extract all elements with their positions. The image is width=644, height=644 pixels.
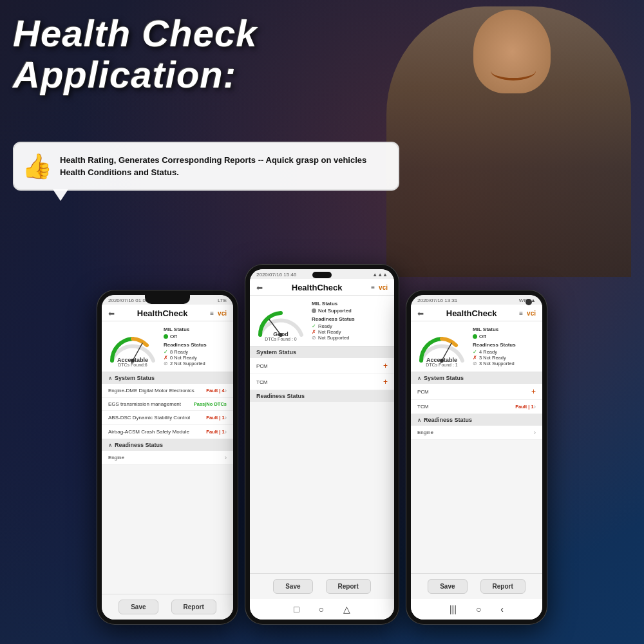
phone1-mil-value: Off — [164, 334, 228, 339]
phone3-readiness-chevron: ∧ — [417, 417, 421, 423]
phone3-plus-1: + — [531, 387, 536, 396]
phone2-readiness-status-header: Readiness Status — [250, 390, 394, 402]
phone2-screen: 2020/07/16 15:46 ▲▲▲ ⬅ HealthCheck ≡ vci — [250, 269, 394, 620]
phone2-plus-1: + — [383, 361, 388, 370]
phone2-camera — [312, 272, 332, 278]
phone3-gauge-section: Acceptable DTCs Found : 1 MIL Status Off… — [411, 321, 542, 372]
phone1-gauge-section: Acceptable DTCs Found:6 MIL Status Off R… — [102, 321, 233, 372]
phone2-save-button[interactable]: Save — [273, 579, 312, 594]
phone2-gauge: Good DTCs Found : 0 — [255, 301, 307, 340]
phone3-home-btn[interactable]: ○ — [476, 604, 481, 614]
phones-container: 2020/07/16 01:00 LTE ⬅ HealthCheck ≡ vci — [0, 264, 644, 625]
phone2-time: 2020/07/16 15:46 — [256, 272, 296, 278]
phone1-arrow-3: › — [225, 414, 227, 421]
phone-1: 2020/07/16 01:00 LTE ⬅ HealthCheck ≡ vci — [97, 290, 238, 625]
phone1-back-icon[interactable]: ⬅ — [108, 309, 115, 318]
phone1-circle-icon-1: ⊘ — [164, 361, 168, 366]
phone1-time: 2020/07/16 01:00 — [108, 298, 148, 303]
phone3-app-title: HealthCheck — [446, 308, 497, 318]
phone3-ready-item-3: ⊘ 3 Not Supported — [473, 361, 537, 366]
phone1-readiness-item-1[interactable]: Engine › — [102, 451, 233, 465]
phone1-ready-item-1: ✓ 8 Ready — [164, 349, 228, 355]
phone1-list-item-4[interactable]: Airbag-ACSM Crash Safety Module Fault | … — [102, 425, 233, 439]
phone2-mil-title: MIL Status — [312, 301, 389, 307]
phone1-cross-icon-1: ✗ — [164, 355, 168, 361]
phone1-screen: 2020/07/16 01:00 LTE ⬅ HealthCheck ≡ vci — [102, 295, 233, 620]
thumbs-up-icon: 👍 — [22, 152, 52, 180]
phone3-check-icon-1: ✓ — [473, 349, 477, 355]
phone1-system-chevron: ∧ — [108, 375, 112, 381]
phone3-status-bar: 2020/07/16 13:31 WiFi ▲ — [411, 295, 542, 305]
phone2-app-title: HealthCheck — [292, 283, 343, 292]
phone1-system-status-header: ∧ System Status — [102, 372, 233, 384]
phone2-back-icon[interactable]: ⬅ — [256, 283, 263, 292]
phone1-app-title: HealthCheck — [137, 308, 188, 318]
phone2-plus-2: + — [383, 377, 388, 386]
phone3-menu-icon[interactable]: ≡ — [519, 310, 523, 317]
phone2-ready-item-3: ⊘ Not Supported — [312, 335, 389, 341]
phone3-save-button[interactable]: Save — [428, 579, 467, 594]
phone1-readiness-arrow: › — [225, 454, 227, 461]
phone-3: 2020/07/16 13:31 WiFi ▲ ⬅ HealthCheck ≡ … — [406, 290, 547, 625]
phone2-ready-item-1: ✓ Ready — [312, 323, 389, 329]
phone2-menu-icon[interactable]: ≡ — [371, 284, 375, 291]
phone3-gauge-dtc: DTCs Found : 1 — [416, 363, 468, 367]
phone1-gauge: Acceptable DTCs Found:6 — [107, 327, 158, 366]
phone2-ready-item-2: ✗ Not Ready — [312, 329, 389, 335]
phone2-back-btn[interactable]: △ — [343, 604, 350, 614]
phone3-circle-icon-1: ⊘ — [473, 361, 477, 366]
phone2-report-button[interactable]: Report — [326, 579, 371, 594]
phone1-check-icon-1: ✓ — [164, 349, 168, 355]
phone1-signal: LTE — [218, 298, 227, 303]
phone2-vci: vci — [379, 284, 388, 291]
phone2-readiness-title: Readiness Status — [312, 316, 389, 322]
phone1-list-item-3[interactable]: ABS-DSC Dynamic Stability Control Fault … — [102, 411, 233, 425]
phone1-menu-icon[interactable]: ≡ — [210, 310, 214, 317]
phone2-header: ⬅ HealthCheck ≡ vci — [250, 279, 394, 296]
phone1-notch — [145, 295, 190, 304]
phone3-readiness-arrow: › — [534, 429, 536, 436]
phone2-circle-icon-1: ⊘ — [312, 335, 316, 341]
phone2-bottom-bar: Save Report — [250, 573, 394, 599]
phone1-list-item-1[interactable]: Engine-DME Digital Motor Electronics Fau… — [102, 384, 233, 398]
phone3-vci: vci — [527, 310, 536, 317]
phone1-save-button[interactable]: Save — [118, 600, 158, 614]
phone1-arrow-1: › — [225, 387, 227, 394]
phone1-list-item-2[interactable]: EGS transmission management Pass|No DTCs — [102, 398, 233, 411]
phone2-nav-bar: □ ○ △ — [250, 599, 394, 620]
phone3-mil-dot — [473, 334, 477, 339]
phone3-header: ⬅ HealthCheck ≡ vci — [411, 305, 542, 321]
phone2-circle-btn[interactable]: ○ — [319, 604, 324, 614]
phone3-back-icon[interactable]: ⬅ — [417, 309, 424, 318]
phone2-home-btn[interactable]: □ — [294, 604, 299, 614]
phone1-header-right: ≡ vci — [210, 310, 227, 317]
phone3-bottom-bar: Save Report — [411, 573, 542, 599]
phone2-check-icon-1: ✓ — [312, 323, 316, 329]
phone1-ready-item-3: ⊘ 2 Not Supported — [164, 361, 228, 366]
phone3-menu-btn[interactable]: ||| — [450, 604, 457, 614]
phone3-list-item-2[interactable]: TCM Fault | 1 › — [411, 400, 542, 414]
phone3-readiness-item-1[interactable]: Engine › — [411, 426, 542, 440]
phone1-readiness-chevron: ∧ — [108, 442, 112, 448]
phone2-list-item-1[interactable]: PCM + — [250, 358, 394, 374]
phone3-back-btn[interactable]: ‹ — [500, 604, 504, 614]
phone3-ready-item-1: ✓ 4 Ready — [473, 349, 537, 355]
phone2-system-status-header: System Status — [250, 346, 394, 358]
phone3-list-item-1[interactable]: PCM + — [411, 384, 542, 400]
phone3-camera — [526, 299, 532, 305]
phone3-report-button[interactable]: Report — [480, 579, 526, 594]
phone1-arrow-4: › — [225, 428, 227, 435]
phone3-time: 2020/07/16 13:31 — [417, 298, 457, 303]
phone3-ready-item-2: ✗ 3 Not Ready — [473, 355, 537, 361]
phone3-arrow-2: › — [534, 403, 536, 410]
phone3-mil-section: MIL Status Off Readiness Status ✓ 4 Read… — [473, 327, 537, 366]
phone3-nav-bar: ||| ○ ‹ — [411, 599, 542, 620]
phone3-cross-icon-1: ✗ — [473, 355, 477, 361]
info-box: 👍 Health Rating, Generates Corresponding… — [13, 142, 399, 191]
phone2-header-right: ≡ vci — [371, 284, 388, 291]
phone2-list-item-2[interactable]: TCM + — [250, 374, 394, 390]
phone1-header: ⬅ HealthCheck ≡ vci — [102, 305, 233, 321]
phone1-ready-item-2: ✗ 0 Not Ready — [164, 355, 228, 361]
phone2-gauge-section: Good DTCs Found : 0 MIL Status Not Suppo… — [250, 296, 394, 346]
phone1-report-button[interactable]: Report — [171, 600, 216, 614]
